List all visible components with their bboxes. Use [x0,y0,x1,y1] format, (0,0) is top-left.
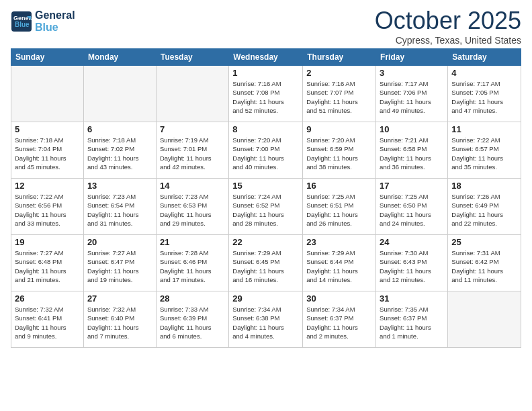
day-info: Sunrise: 7:20 AMSunset: 7:00 PMDaylight:… [232,136,299,171]
day-number: 13 [87,181,152,191]
logo-general: General [35,9,75,21]
calendar-cell: 11Sunrise: 7:22 AMSunset: 6:57 PMDayligh… [448,122,521,179]
calendar-cell: 24Sunrise: 7:30 AMSunset: 6:43 PMDayligh… [376,235,448,291]
column-header-monday: Monday [83,49,156,66]
day-number: 19 [15,237,80,247]
calendar-cell: 18Sunrise: 7:26 AMSunset: 6:49 PMDayligh… [448,179,521,235]
logo-icon: General Blue [11,11,32,32]
day-number: 11 [451,124,517,134]
day-info: Sunrise: 7:29 AMSunset: 6:44 PMDaylight:… [306,248,372,284]
calendar-cell: 19Sunrise: 7:27 AMSunset: 6:48 PMDayligh… [11,235,84,291]
day-info: Sunrise: 7:17 AMSunset: 7:05 PMDaylight:… [451,79,517,115]
calendar-cell: 22Sunrise: 7:29 AMSunset: 6:45 PMDayligh… [229,235,303,291]
day-info: Sunrise: 7:27 AMSunset: 6:48 PMDaylight:… [15,248,80,284]
calendar-table: SundayMondayTuesdayWednesdayThursdayFrid… [11,48,521,348]
day-info: Sunrise: 7:30 AMSunset: 6:43 PMDaylight:… [380,248,444,284]
column-header-saturday: Saturday [448,49,521,66]
calendar-cell: 29Sunrise: 7:34 AMSunset: 6:38 PMDayligh… [229,291,303,348]
day-info: Sunrise: 7:25 AMSunset: 6:51 PMDaylight:… [306,192,372,228]
calendar-cell: 8Sunrise: 7:20 AMSunset: 7:00 PMDaylight… [229,122,303,179]
column-header-tuesday: Tuesday [156,49,228,66]
day-info: Sunrise: 7:20 AMSunset: 6:59 PMDaylight:… [306,136,372,171]
day-number: 16 [306,181,372,191]
day-number: 2 [306,68,372,78]
day-info: Sunrise: 7:29 AMSunset: 6:45 PMDaylight:… [232,248,299,284]
calendar-cell: 14Sunrise: 7:23 AMSunset: 6:53 PMDayligh… [156,179,228,235]
calendar-cell: 26Sunrise: 7:32 AMSunset: 6:41 PMDayligh… [11,291,84,348]
day-info: Sunrise: 7:28 AMSunset: 6:46 PMDaylight:… [160,248,225,284]
day-number: 30 [306,293,372,304]
calendar-cell: 15Sunrise: 7:24 AMSunset: 6:52 PMDayligh… [229,179,303,235]
day-number: 6 [87,124,152,134]
calendar-cell: 12Sunrise: 7:22 AMSunset: 6:56 PMDayligh… [11,179,84,235]
day-info: Sunrise: 7:19 AMSunset: 7:01 PMDaylight:… [160,136,225,171]
month-title: October 2025 [375,7,521,35]
day-number: 29 [232,293,299,304]
day-info: Sunrise: 7:24 AMSunset: 6:52 PMDaylight:… [232,192,299,228]
calendar-cell [156,66,228,122]
calendar-cell: 20Sunrise: 7:27 AMSunset: 6:47 PMDayligh… [83,235,156,291]
day-info: Sunrise: 7:25 AMSunset: 6:50 PMDaylight:… [380,192,444,228]
day-info: Sunrise: 7:27 AMSunset: 6:47 PMDaylight:… [87,248,152,284]
title-block: October 2025 Cypress, Texas, United Stat… [375,7,521,46]
day-info: Sunrise: 7:22 AMSunset: 6:57 PMDaylight:… [451,136,517,171]
calendar-cell: 21Sunrise: 7:28 AMSunset: 6:46 PMDayligh… [156,235,228,291]
day-info: Sunrise: 7:34 AMSunset: 6:38 PMDaylight:… [232,305,299,340]
calendar-cell: 16Sunrise: 7:25 AMSunset: 6:51 PMDayligh… [303,179,376,235]
calendar-cell: 23Sunrise: 7:29 AMSunset: 6:44 PMDayligh… [303,235,376,291]
calendar-cell: 27Sunrise: 7:32 AMSunset: 6:40 PMDayligh… [83,291,156,348]
day-info: Sunrise: 7:16 AMSunset: 7:07 PMDaylight:… [306,79,372,115]
day-number: 4 [451,68,517,78]
day-number: 20 [87,237,152,247]
day-number: 15 [232,181,299,191]
day-number: 3 [380,68,444,78]
day-number: 8 [232,124,299,134]
logo-blue: Blue [35,21,75,34]
day-number: 1 [232,68,299,78]
day-info: Sunrise: 7:35 AMSunset: 6:37 PMDaylight:… [380,305,444,340]
calendar-cell: 31Sunrise: 7:35 AMSunset: 6:37 PMDayligh… [376,291,448,348]
calendar-cell: 2Sunrise: 7:16 AMSunset: 7:07 PMDaylight… [303,66,376,122]
day-number: 12 [15,181,80,191]
calendar-cell: 25Sunrise: 7:31 AMSunset: 6:42 PMDayligh… [448,235,521,291]
day-number: 18 [451,181,517,191]
calendar-cell: 28Sunrise: 7:33 AMSunset: 6:39 PMDayligh… [156,291,228,348]
day-number: 31 [380,293,444,304]
calendar-cell: 13Sunrise: 7:23 AMSunset: 6:54 PMDayligh… [83,179,156,235]
calendar-cell: 9Sunrise: 7:20 AMSunset: 6:59 PMDaylight… [303,122,376,179]
day-info: Sunrise: 7:22 AMSunset: 6:56 PMDaylight:… [15,192,80,228]
calendar-cell: 7Sunrise: 7:19 AMSunset: 7:01 PMDaylight… [156,122,228,179]
day-info: Sunrise: 7:23 AMSunset: 6:54 PMDaylight:… [87,192,152,228]
day-info: Sunrise: 7:32 AMSunset: 6:40 PMDaylight:… [87,305,152,340]
calendar-cell: 30Sunrise: 7:34 AMSunset: 6:37 PMDayligh… [303,291,376,348]
calendar-cell [83,66,156,122]
calendar-cell: 6Sunrise: 7:18 AMSunset: 7:02 PMDaylight… [83,122,156,179]
day-number: 22 [232,237,299,247]
day-number: 28 [160,293,225,304]
calendar-cell: 3Sunrise: 7:17 AMSunset: 7:06 PMDaylight… [376,66,448,122]
calendar-cell [11,66,84,122]
calendar-cell: 10Sunrise: 7:21 AMSunset: 6:58 PMDayligh… [376,122,448,179]
day-info: Sunrise: 7:26 AMSunset: 6:49 PMDaylight:… [451,192,517,228]
day-info: Sunrise: 7:32 AMSunset: 6:41 PMDaylight:… [15,305,80,340]
day-info: Sunrise: 7:31 AMSunset: 6:42 PMDaylight:… [451,248,517,284]
day-number: 27 [87,293,152,304]
day-number: 25 [451,237,517,247]
day-number: 7 [160,124,225,134]
day-info: Sunrise: 7:34 AMSunset: 6:37 PMDaylight:… [306,305,372,340]
day-info: Sunrise: 7:17 AMSunset: 7:06 PMDaylight:… [380,79,444,115]
day-info: Sunrise: 7:23 AMSunset: 6:53 PMDaylight:… [160,192,225,228]
column-header-wednesday: Wednesday [229,49,303,66]
calendar-cell: 1Sunrise: 7:16 AMSunset: 7:08 PMDaylight… [229,66,303,122]
day-number: 21 [160,237,225,247]
logo: General Blue General Blue [11,9,75,33]
day-number: 23 [306,237,372,247]
day-number: 9 [306,124,372,134]
day-info: Sunrise: 7:33 AMSunset: 6:39 PMDaylight:… [160,305,225,340]
day-info: Sunrise: 7:21 AMSunset: 6:58 PMDaylight:… [380,136,444,171]
calendar-cell: 17Sunrise: 7:25 AMSunset: 6:50 PMDayligh… [376,179,448,235]
column-header-thursday: Thursday [303,49,376,66]
day-number: 14 [160,181,225,191]
day-number: 5 [15,124,80,134]
calendar-cell [448,291,521,348]
